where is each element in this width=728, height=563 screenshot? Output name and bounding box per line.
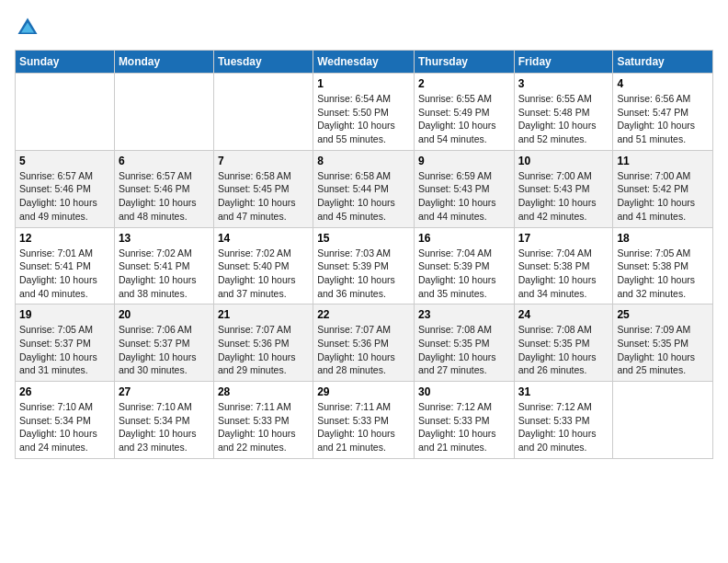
calendar-cell: 17Sunrise: 7:04 AMSunset: 5:38 PMDayligh… [514, 227, 613, 304]
calendar-cell: 31Sunrise: 7:12 AMSunset: 5:33 PMDayligh… [514, 382, 613, 459]
day-info: Sunrise: 7:03 AMSunset: 5:39 PMDaylight:… [317, 247, 410, 301]
day-number: 4 [617, 77, 709, 90]
calendar-week-row: 26Sunrise: 7:10 AMSunset: 5:34 PMDayligh… [16, 382, 713, 459]
calendar-cell: 4Sunrise: 6:56 AMSunset: 5:47 PMDaylight… [613, 74, 713, 151]
calendar-cell [213, 74, 313, 151]
day-number: 6 [119, 155, 210, 167]
calendar-cell: 27Sunrise: 7:10 AMSunset: 5:34 PMDayligh… [114, 382, 213, 459]
day-number: 22 [317, 308, 410, 321]
day-info: Sunrise: 7:00 AMSunset: 5:43 PMDaylight:… [518, 169, 609, 224]
day-of-week-header: Thursday [414, 51, 514, 74]
day-info: Sunrise: 6:59 AMSunset: 5:43 PMDaylight:… [418, 169, 510, 224]
calendar-cell: 26Sunrise: 7:10 AMSunset: 5:34 PMDayligh… [16, 382, 115, 459]
calendar-cell: 22Sunrise: 7:07 AMSunset: 5:36 PMDayligh… [313, 304, 415, 382]
calendar-cell: 15Sunrise: 7:03 AMSunset: 5:39 PMDayligh… [313, 227, 415, 304]
calendar-cell: 24Sunrise: 7:08 AMSunset: 5:35 PMDayligh… [514, 304, 613, 382]
day-info: Sunrise: 6:57 AMSunset: 5:46 PMDaylight:… [19, 169, 110, 224]
day-number: 17 [518, 232, 609, 245]
day-number: 26 [19, 385, 110, 398]
calendar-cell: 23Sunrise: 7:08 AMSunset: 5:35 PMDayligh… [414, 304, 514, 382]
calendar-cell [16, 74, 115, 151]
day-of-week-header: Sunday [16, 51, 115, 74]
calendar-header-row: SundayMondayTuesdayWednesdayThursdayFrid… [16, 51, 713, 74]
day-info: Sunrise: 7:12 AMSunset: 5:33 PMDaylight:… [418, 400, 510, 454]
day-of-week-header: Monday [114, 51, 213, 74]
day-info: Sunrise: 7:02 AMSunset: 5:41 PMDaylight:… [119, 247, 210, 301]
day-number: 21 [218, 308, 309, 321]
day-info: Sunrise: 7:06 AMSunset: 5:37 PMDaylight:… [119, 323, 210, 377]
calendar-cell: 16Sunrise: 7:04 AMSunset: 5:39 PMDayligh… [414, 227, 514, 304]
day-number: 29 [317, 385, 410, 398]
calendar-cell: 29Sunrise: 7:11 AMSunset: 5:33 PMDayligh… [313, 382, 415, 459]
calendar-cell: 28Sunrise: 7:11 AMSunset: 5:33 PMDayligh… [213, 382, 313, 459]
day-info: Sunrise: 6:57 AMSunset: 5:46 PMDaylight:… [119, 169, 210, 224]
day-info: Sunrise: 6:55 AMSunset: 5:49 PMDaylight:… [418, 92, 510, 146]
day-info: Sunrise: 7:10 AMSunset: 5:34 PMDaylight:… [119, 400, 210, 454]
day-number: 20 [119, 308, 210, 321]
calendar-cell: 13Sunrise: 7:02 AMSunset: 5:41 PMDayligh… [114, 227, 213, 304]
calendar-cell: 19Sunrise: 7:05 AMSunset: 5:37 PMDayligh… [16, 304, 115, 382]
day-number: 25 [617, 308, 709, 321]
day-number: 24 [518, 308, 609, 321]
calendar-cell: 11Sunrise: 7:00 AMSunset: 5:42 PMDayligh… [613, 150, 713, 227]
day-number: 9 [418, 155, 510, 167]
day-info: Sunrise: 7:08 AMSunset: 5:35 PMDaylight:… [518, 323, 609, 377]
day-info: Sunrise: 7:05 AMSunset: 5:37 PMDaylight:… [19, 323, 110, 377]
day-number: 16 [418, 232, 510, 245]
calendar-cell: 10Sunrise: 7:00 AMSunset: 5:43 PMDayligh… [514, 150, 613, 227]
calendar-week-row: 5Sunrise: 6:57 AMSunset: 5:46 PMDaylight… [16, 150, 713, 227]
logo [15, 15, 44, 40]
day-info: Sunrise: 7:07 AMSunset: 5:36 PMDaylight:… [317, 323, 410, 377]
day-number: 15 [317, 232, 410, 245]
day-info: Sunrise: 7:08 AMSunset: 5:35 PMDaylight:… [418, 323, 510, 377]
day-info: Sunrise: 7:02 AMSunset: 5:40 PMDaylight:… [218, 247, 309, 301]
day-info: Sunrise: 7:11 AMSunset: 5:33 PMDaylight:… [317, 400, 410, 454]
day-number: 12 [19, 232, 110, 245]
day-info: Sunrise: 6:58 AMSunset: 5:45 PMDaylight:… [218, 169, 309, 224]
day-number: 28 [218, 385, 309, 398]
day-of-week-header: Saturday [613, 51, 713, 74]
calendar-cell: 5Sunrise: 6:57 AMSunset: 5:46 PMDaylight… [16, 150, 115, 227]
day-info: Sunrise: 7:07 AMSunset: 5:36 PMDaylight:… [218, 323, 309, 377]
day-info: Sunrise: 6:54 AMSunset: 5:50 PMDaylight:… [317, 92, 410, 146]
day-number: 1 [317, 77, 410, 90]
day-of-week-header: Tuesday [213, 51, 313, 74]
day-info: Sunrise: 7:05 AMSunset: 5:38 PMDaylight:… [617, 247, 709, 301]
day-info: Sunrise: 7:01 AMSunset: 5:41 PMDaylight:… [19, 247, 110, 301]
logo-icon [15, 15, 40, 40]
day-info: Sunrise: 6:56 AMSunset: 5:47 PMDaylight:… [617, 92, 709, 146]
day-number: 8 [317, 155, 410, 167]
calendar-cell: 9Sunrise: 6:59 AMSunset: 5:43 PMDaylight… [414, 150, 514, 227]
day-info: Sunrise: 7:04 AMSunset: 5:39 PMDaylight:… [418, 247, 510, 301]
day-of-week-header: Wednesday [313, 51, 415, 74]
calendar-week-row: 1Sunrise: 6:54 AMSunset: 5:50 PMDaylight… [16, 74, 713, 151]
calendar-cell [613, 382, 713, 459]
calendar-cell: 2Sunrise: 6:55 AMSunset: 5:49 PMDaylight… [414, 74, 514, 151]
day-info: Sunrise: 7:09 AMSunset: 5:35 PMDaylight:… [617, 323, 709, 377]
day-number: 31 [518, 385, 609, 398]
calendar-table: SundayMondayTuesdayWednesdayThursdayFrid… [15, 50, 713, 459]
day-number: 30 [418, 385, 510, 398]
calendar-cell: 6Sunrise: 6:57 AMSunset: 5:46 PMDaylight… [114, 150, 213, 227]
calendar-cell: 14Sunrise: 7:02 AMSunset: 5:40 PMDayligh… [213, 227, 313, 304]
day-number: 7 [218, 155, 309, 167]
day-number: 27 [119, 385, 210, 398]
calendar-week-row: 12Sunrise: 7:01 AMSunset: 5:41 PMDayligh… [16, 227, 713, 304]
day-number: 13 [119, 232, 210, 245]
day-number: 18 [617, 232, 709, 245]
calendar-cell: 3Sunrise: 6:55 AMSunset: 5:48 PMDaylight… [514, 74, 613, 151]
calendar-cell: 21Sunrise: 7:07 AMSunset: 5:36 PMDayligh… [213, 304, 313, 382]
day-info: Sunrise: 7:11 AMSunset: 5:33 PMDaylight:… [218, 400, 309, 454]
calendar-cell: 1Sunrise: 6:54 AMSunset: 5:50 PMDaylight… [313, 74, 415, 151]
day-number: 23 [418, 308, 510, 321]
day-number: 11 [617, 155, 709, 167]
day-info: Sunrise: 6:55 AMSunset: 5:48 PMDaylight:… [518, 92, 609, 146]
calendar-cell: 20Sunrise: 7:06 AMSunset: 5:37 PMDayligh… [114, 304, 213, 382]
calendar-cell: 7Sunrise: 6:58 AMSunset: 5:45 PMDaylight… [213, 150, 313, 227]
day-info: Sunrise: 6:58 AMSunset: 5:44 PMDaylight:… [317, 169, 410, 224]
page-header [15, 15, 713, 40]
day-number: 10 [518, 155, 609, 167]
day-number: 5 [19, 155, 110, 167]
day-number: 19 [19, 308, 110, 321]
day-info: Sunrise: 7:12 AMSunset: 5:33 PMDaylight:… [518, 400, 609, 454]
